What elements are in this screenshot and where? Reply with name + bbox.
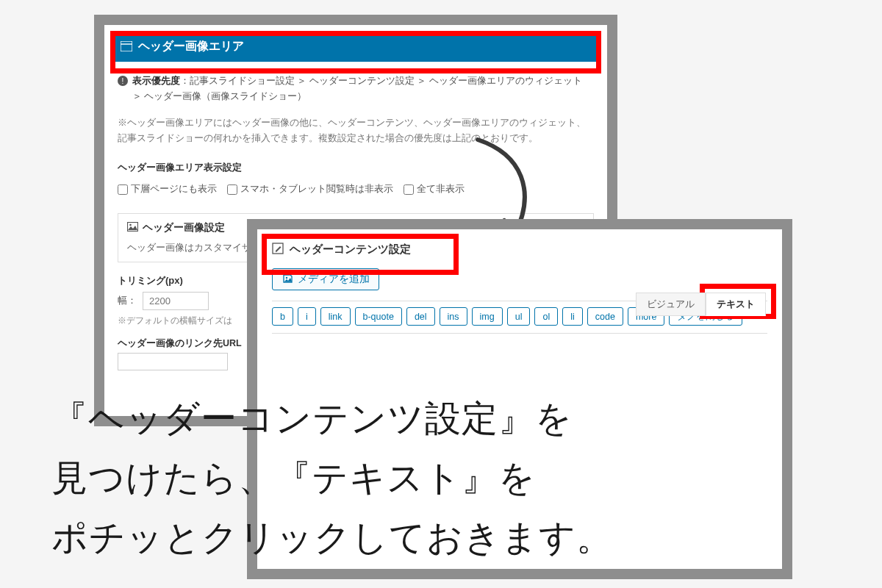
checkbox-lower-pages[interactable]	[118, 184, 128, 195]
toolbar-btn-li[interactable]: li	[562, 307, 583, 326]
link-url-input[interactable]	[118, 353, 228, 370]
checkbox-hide-all[interactable]	[404, 184, 414, 195]
svg-point-5	[286, 276, 287, 278]
priority-line: ! 表示優先度：記事スライドショー設定 ＞ ヘッダーコンテンツ設定 ＞ ヘッダー…	[118, 74, 594, 105]
toolbar-btn-img[interactable]: img	[472, 307, 503, 326]
highlight-header-content-title	[262, 234, 459, 275]
editor-tabs: ビジュアル テキスト	[636, 293, 766, 316]
width-label: 幅：	[118, 295, 137, 307]
toolbar-btn-bquote[interactable]: b-quote	[355, 307, 402, 326]
checkbox-hide-sp[interactable]	[227, 184, 237, 195]
highlight-header-image-area	[110, 31, 601, 74]
priority-label: 表示優先度	[132, 76, 180, 86]
section-body: ! 表示優先度：記事スライドショー設定 ＞ ヘッダーコンテンツ設定 ＞ ヘッダー…	[104, 68, 607, 203]
display-settings-title: ヘッダー画像エリア表示設定	[118, 159, 594, 176]
toolbar-btn-i[interactable]: i	[298, 307, 316, 326]
priority-text: ：記事スライドショー設定 ＞ ヘッダーコンテンツ設定 ＞ ヘッダー画像エリアのウ…	[132, 76, 582, 101]
toolbar-btn-ol[interactable]: ol	[534, 307, 558, 326]
toolbar-btn-code[interactable]: code	[587, 307, 623, 326]
info-icon: !	[118, 76, 128, 86]
image-icon	[127, 222, 138, 234]
toolbar-btn-link[interactable]: link	[320, 307, 351, 326]
toolbar-btn-b[interactable]: b	[272, 307, 293, 326]
check-hide-all[interactable]: 全て非表示	[404, 182, 465, 197]
tab-text[interactable]: テキスト	[706, 293, 766, 316]
toolbar-btn-del[interactable]: del	[406, 307, 435, 326]
tab-visual[interactable]: ビジュアル	[636, 293, 706, 316]
width-input[interactable]	[143, 292, 209, 310]
svg-point-3	[129, 224, 132, 226]
media-icon	[282, 273, 293, 286]
editor-textarea[interactable]	[272, 334, 767, 525]
settings-panel-header-content: ヘッダーコンテンツ設定 メディアを追加 ビジュアル テキスト b i link …	[247, 219, 792, 579]
toolbar-btn-ul[interactable]: ul	[507, 307, 531, 326]
display-settings-checks: 下層ページにも表示 スマホ・タブレット閲覧時は非表示 全て非表示	[118, 182, 594, 197]
priority-note: ※ヘッダー画像エリアにはヘッダー画像の他に、ヘッダーコンテンツ、ヘッダー画像エリ…	[118, 115, 594, 147]
toolbar-btn-ins[interactable]: ins	[440, 307, 467, 326]
check-lower-pages[interactable]: 下層ページにも表示	[118, 182, 217, 197]
check-hide-sp[interactable]: スマホ・タブレット閲覧時は非表示	[227, 182, 393, 197]
